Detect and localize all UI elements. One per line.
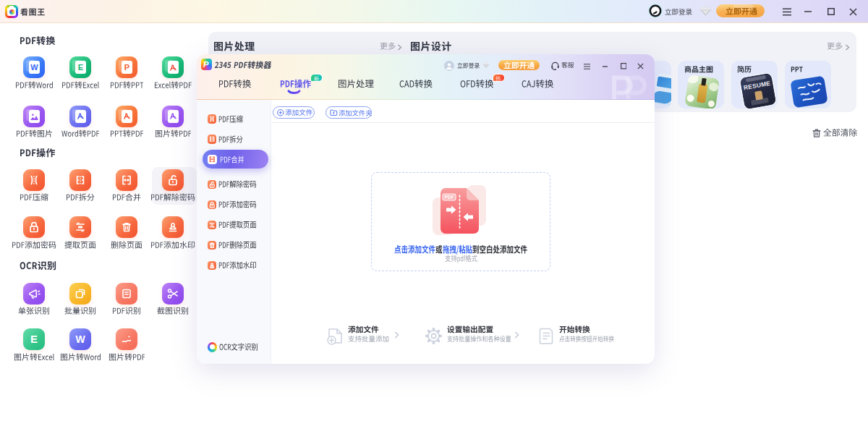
svg-text:PDF: PDF (445, 195, 454, 200)
